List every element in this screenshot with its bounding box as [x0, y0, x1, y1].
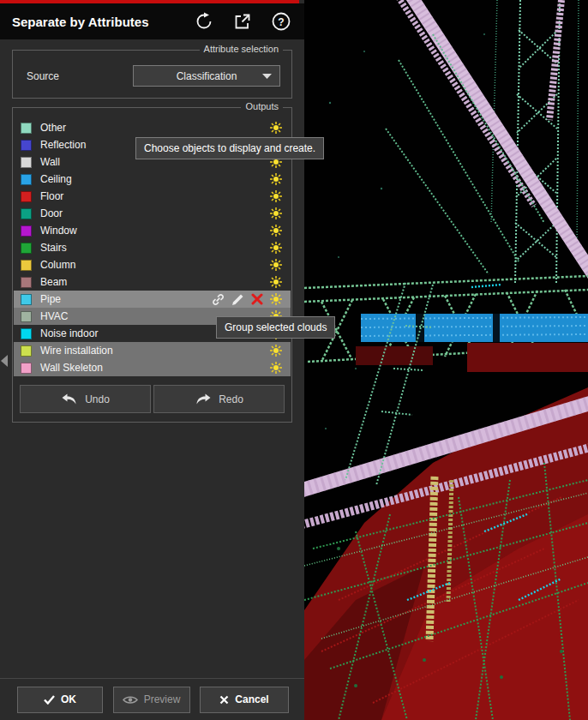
class-color-swatch[interactable]	[21, 328, 32, 339]
row-icons	[270, 122, 282, 134]
delete-x-icon[interactable]	[251, 293, 263, 305]
class-label: Wire installation	[40, 345, 113, 357]
visibility-bulb-icon[interactable]	[270, 259, 282, 271]
class-label: Other	[40, 122, 66, 134]
row-icons	[270, 276, 282, 288]
undo-button[interactable]: Undo	[20, 385, 151, 413]
undo-arrow-icon	[61, 393, 78, 405]
class-label: Reflection	[40, 139, 86, 151]
panel-header: Separate by Attributes	[0, 3, 304, 39]
class-label: HVAC	[40, 310, 68, 322]
output-row-ceiling[interactable]: Ceiling	[14, 171, 291, 188]
header-icons: ?	[193, 10, 296, 33]
row-icons	[212, 293, 282, 306]
class-color-swatch[interactable]	[21, 277, 32, 288]
class-label: Floor	[40, 190, 63, 202]
output-row-wall-skeleton[interactable]: Wall Skeleton	[14, 359, 291, 376]
row-icons	[270, 362, 282, 374]
chevron-down-icon	[262, 74, 272, 79]
ok-label: OK	[61, 693, 76, 705]
redo-arrow-icon	[195, 393, 212, 405]
row-icons	[270, 173, 282, 185]
class-label: Window	[40, 225, 77, 237]
source-label: Source	[27, 70, 59, 82]
undo-redo-row: Undo Redo	[20, 385, 285, 413]
check-icon	[44, 695, 55, 705]
row-icons	[270, 207, 282, 219]
class-label: Noise indoor	[40, 327, 98, 339]
class-color-swatch[interactable]	[21, 191, 32, 202]
visibility-bulb-icon[interactable]	[270, 276, 282, 288]
class-color-swatch[interactable]	[21, 140, 32, 151]
preview-button[interactable]: Preview	[113, 687, 190, 713]
visibility-bulb-icon[interactable]	[270, 190, 282, 202]
group-clouds-link-icon[interactable]	[212, 293, 225, 306]
class-color-swatch[interactable]	[21, 260, 32, 271]
source-dropdown[interactable]: Classification	[133, 65, 280, 87]
class-color-swatch[interactable]	[21, 208, 32, 219]
visibility-bulb-icon[interactable]	[270, 173, 282, 185]
visibility-bulb-icon[interactable]	[270, 122, 282, 134]
class-label: Stairs	[40, 242, 67, 254]
cancel-button[interactable]: Cancel	[200, 687, 289, 713]
class-color-swatch[interactable]	[21, 157, 32, 168]
ok-button[interactable]: OK	[17, 687, 103, 713]
output-row-wire-installation[interactable]: Wire installation	[14, 342, 291, 359]
class-label: Wall	[40, 156, 60, 168]
output-row-floor[interactable]: Floor	[14, 188, 291, 205]
output-row-beam[interactable]: Beam	[14, 273, 291, 291]
class-color-swatch[interactable]	[21, 311, 32, 322]
class-color-swatch[interactable]	[21, 294, 32, 305]
viewport-3d[interactable]	[304, 0, 588, 720]
panel-collapse-arrow[interactable]	[1, 355, 8, 367]
visibility-bulb-icon[interactable]	[270, 293, 282, 305]
attribute-selection-group-label: Attribute selection	[200, 44, 283, 54]
class-label: Ceiling	[40, 173, 72, 185]
class-label: Pipe	[40, 293, 61, 305]
panel-title: Separate by Attributes	[12, 15, 149, 29]
attribute-selection-group: Attribute selection Source Classificatio…	[12, 50, 292, 99]
visibility-bulb-icon[interactable]	[270, 207, 282, 219]
class-label: Door	[40, 207, 63, 219]
class-label: Wall Skeleton	[40, 362, 103, 374]
row-icons	[270, 190, 282, 202]
cancel-label: Cancel	[235, 693, 268, 705]
redo-label: Redo	[219, 393, 243, 405]
visibility-bulb-icon[interactable]	[270, 225, 282, 237]
row-icons	[270, 345, 282, 357]
class-color-swatch[interactable]	[21, 123, 32, 134]
class-color-swatch[interactable]	[21, 225, 32, 237]
application-window: Separate by Attributes	[0, 0, 588, 720]
reset-view-icon[interactable]	[193, 10, 215, 33]
class-color-swatch[interactable]	[21, 174, 32, 185]
source-dropdown-value: Classification	[177, 70, 237, 82]
svg-text:?: ?	[278, 16, 284, 28]
row-icons	[270, 225, 282, 237]
eye-icon	[123, 695, 138, 705]
output-row-window[interactable]: Window	[14, 222, 291, 239]
help-icon[interactable]: ?	[270, 10, 292, 33]
preview-label: Preview	[144, 693, 181, 705]
row-icons	[270, 259, 282, 271]
class-color-swatch[interactable]	[21, 363, 32, 374]
outputs-group-label: Outputs	[241, 101, 283, 111]
output-row-other[interactable]: Other	[14, 119, 291, 136]
row-icons	[270, 242, 282, 254]
visibility-bulb-icon[interactable]	[270, 242, 282, 254]
output-row-door[interactable]: Door	[14, 205, 291, 222]
detach-window-icon[interactable]	[231, 10, 254, 33]
tooltip-display-create: Choose objects to display and create.	[135, 137, 324, 159]
x-icon	[219, 695, 229, 705]
rename-pencil-icon[interactable]	[231, 293, 244, 306]
output-row-pipe[interactable]: Pipe	[14, 291, 291, 308]
class-label: Beam	[40, 276, 67, 288]
redo-button[interactable]: Redo	[153, 385, 285, 413]
class-color-swatch[interactable]	[21, 243, 32, 254]
visibility-bulb-icon[interactable]	[270, 362, 282, 374]
separate-by-attributes-panel: Separate by Attributes	[0, 0, 304, 720]
output-row-column[interactable]: Column	[14, 256, 291, 273]
output-row-stairs[interactable]: Stairs	[14, 239, 291, 256]
dialog-footer: OK Preview Cancel	[0, 678, 304, 720]
class-color-swatch[interactable]	[21, 345, 32, 357]
visibility-bulb-icon[interactable]	[270, 345, 282, 357]
